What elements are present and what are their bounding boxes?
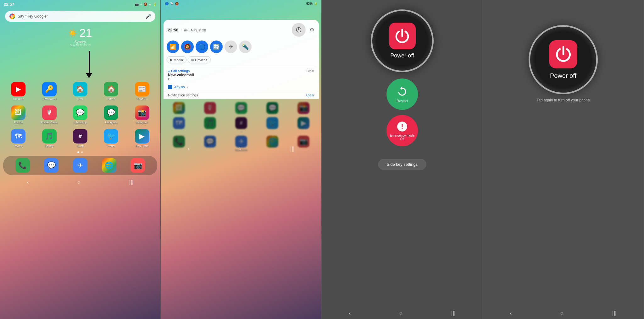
app-item-nest[interactable]: 🏠 Nest xyxy=(66,82,95,100)
app-item-instagram[interactable]: 📸 Instagram xyxy=(128,105,157,124)
dock-inbox[interactable]: ✈ xyxy=(73,158,87,173)
home-screen-panel: 22:57 📷 ∞ 🔕 ▲ 🔋 G Say "Hey Google" 🎤 ☀️ … xyxy=(0,0,161,319)
app-item-hangouts[interactable]: 💬 Hangouts xyxy=(97,105,125,124)
nav-bar-p3: ‹ ○ ||| xyxy=(322,307,482,319)
recent-button-p3[interactable]: ||| xyxy=(451,310,456,316)
back-button-p2[interactable]: ‹ xyxy=(188,145,190,152)
back-button-p3[interactable]: ‹ xyxy=(349,310,351,316)
power-off-button[interactable]: Power off xyxy=(371,9,434,72)
flashlight-toggle[interactable]: 🔦 xyxy=(239,41,252,53)
settings-gear-icon[interactable]: ⚙ xyxy=(309,26,314,33)
slack-label: Slack xyxy=(77,144,84,148)
dock-camera[interactable]: 📷 xyxy=(130,158,145,173)
emergency-icon xyxy=(396,121,408,132)
confirm-power-content: Power off Tap again to turn off your pho… xyxy=(483,0,643,319)
power-menu-content: Power off Restart Emergency modeOff Side… xyxy=(322,0,482,319)
clear-notifications-button[interactable]: Clear xyxy=(306,93,314,97)
home-button-p1[interactable]: ○ xyxy=(77,179,81,186)
airplane-toggle[interactable]: ✈ xyxy=(225,41,237,53)
battery-icon: 🔋 xyxy=(153,3,157,6)
devices-tab[interactable]: ⊞ Devices xyxy=(188,56,211,63)
notif-date-text: Tue., August 20 xyxy=(182,28,206,32)
playstore-label: Play Store xyxy=(136,144,149,148)
anydo-expand-icon: ∨ xyxy=(186,85,189,89)
side-key-settings-button[interactable]: Side key settings xyxy=(378,159,426,170)
app-item-twitter[interactable]: 🐦 Twitter xyxy=(97,129,125,148)
maps-icon: 🗺 xyxy=(11,129,25,143)
camera-status-icon: 📷 xyxy=(135,3,139,6)
battery-percent-p2: 63% xyxy=(306,2,313,5)
restart-button[interactable]: Restart xyxy=(386,78,418,110)
recent-button-p4[interactable]: ||| xyxy=(612,310,617,316)
quick-toggles: 📶 🔕 🔵 🔄 ✈ 🔦 xyxy=(164,39,319,55)
app-dock: 📞 💬 ✈ 🌐 📷 xyxy=(3,156,157,175)
page-dot-1 xyxy=(77,151,79,153)
camera-dock-icon: 📷 xyxy=(130,158,145,173)
app-item-maps[interactable]: 🗺 Maps xyxy=(4,129,33,148)
maps-label: Maps xyxy=(15,144,22,148)
home-label: Home xyxy=(107,97,115,100)
notif-title-callsettings: New voicemail xyxy=(168,73,314,77)
app-item-pocket[interactable]: 🎙 Pocket Casts xyxy=(35,105,64,124)
wifi-toggle[interactable]: 📶 xyxy=(167,41,179,53)
power-button-notif[interactable] xyxy=(292,23,306,37)
p2-content: 🔵 📡 🔕 63% 🔋 22:58 Tue., August 20 xyxy=(161,0,321,154)
pocket-icon: 🎙 xyxy=(42,105,57,120)
app-item-photos[interactable]: 🖼 Photos xyxy=(4,105,33,124)
notif-settings-bar: Notification settings Clear xyxy=(164,91,319,99)
blurred-whatsapp: 💬 xyxy=(227,102,255,114)
app-item-home[interactable]: 🏠 Home xyxy=(97,82,125,100)
app-grid-row2: 🖼 Photos 🎙 Pocket Casts 💬 WhatsApp 💬 Han… xyxy=(0,103,160,127)
mute-toggle[interactable]: 🔕 xyxy=(181,41,194,53)
recent-button-p2[interactable]: ||| xyxy=(290,145,295,152)
status-icons-p1: 📷 ∞ 🔕 ▲ 🔋 xyxy=(135,3,157,6)
app-item-spotify[interactable]: 🎵 Spotify xyxy=(35,129,64,148)
google-search-bar[interactable]: G Say "Hey Google" 🎤 xyxy=(5,11,155,22)
sync-toggle[interactable]: 🔄 xyxy=(210,41,223,53)
status-bar-p2: 🔵 📡 🔕 63% 🔋 xyxy=(161,0,321,7)
app-item-newsblur[interactable]: 📰 NewsBl.. xyxy=(128,82,157,100)
notif-settings-label[interactable]: Notification settings xyxy=(168,93,198,97)
back-button-p1[interactable]: ‹ xyxy=(27,179,29,186)
dock-phone[interactable]: 📞 xyxy=(15,158,30,173)
dock-messages[interactable]: 💬 xyxy=(44,158,58,173)
anydo-label: Any.do xyxy=(174,85,185,89)
app-item-1password[interactable]: 🔑 1Password xyxy=(35,82,64,100)
home-button-p3[interactable]: ○ xyxy=(399,310,403,316)
app-item-youtube[interactable]: ▶ YouTube xyxy=(4,82,33,100)
slack-icon: # xyxy=(73,129,87,143)
notification-icon: ∞ xyxy=(140,3,142,6)
bluetooth-toggle[interactable]: 🔵 xyxy=(196,41,208,53)
instagram-label: Instagram xyxy=(136,121,148,124)
nav-bar-p1: ‹ ○ ||| xyxy=(0,176,160,188)
instagram-icon: 📸 xyxy=(135,105,149,120)
notif-source-callsettings: ∞ Call settings xyxy=(168,69,190,73)
google-logo: G xyxy=(9,14,15,19)
blurred-photos: 🖼 xyxy=(165,102,193,114)
recent-button-p1[interactable]: ||| xyxy=(129,179,134,186)
twitter-icon: 🐦 xyxy=(104,129,118,143)
confirm-power-button[interactable]: Power off xyxy=(529,25,598,94)
media-devices-bar: ▶ Media ⊞ Devices xyxy=(164,55,319,65)
youtube-label: YouTube xyxy=(13,97,24,100)
home-button-p2[interactable]: ○ xyxy=(238,145,242,152)
home-button-p4[interactable]: ○ xyxy=(560,310,564,316)
emergency-mode-button[interactable]: Emergency modeOff xyxy=(386,115,418,146)
notification-item-callsettings[interactable]: ∞ Call settings 08:01 New voicemail D xyxy=(164,68,319,83)
status-time-p1: 22:57 xyxy=(4,2,14,7)
blurred-maps: 🗺 xyxy=(165,117,193,129)
devices-label: Devices xyxy=(195,58,207,62)
app-item-whatsapp[interactable]: 💬 WhatsApp xyxy=(66,105,95,124)
app-item-slack[interactable]: # Slack xyxy=(66,129,95,148)
hangouts-icon: 💬 xyxy=(104,105,118,120)
notification-item-anydo[interactable]: Any.do ∨ xyxy=(164,83,319,91)
back-button-p4[interactable]: ‹ xyxy=(510,310,512,316)
whatsapp-icon: 💬 xyxy=(73,105,87,120)
app-item-playstore[interactable]: ▶ Play Store xyxy=(128,129,157,148)
media-tab[interactable]: ▶ Media xyxy=(167,56,186,63)
blurred-playstore: ▶ xyxy=(290,117,318,129)
arrow-container xyxy=(0,49,160,78)
dock-chrome[interactable]: 🌐 xyxy=(102,158,116,173)
volume-icon: 🔕 xyxy=(143,3,147,6)
media-label: Media xyxy=(174,58,183,62)
